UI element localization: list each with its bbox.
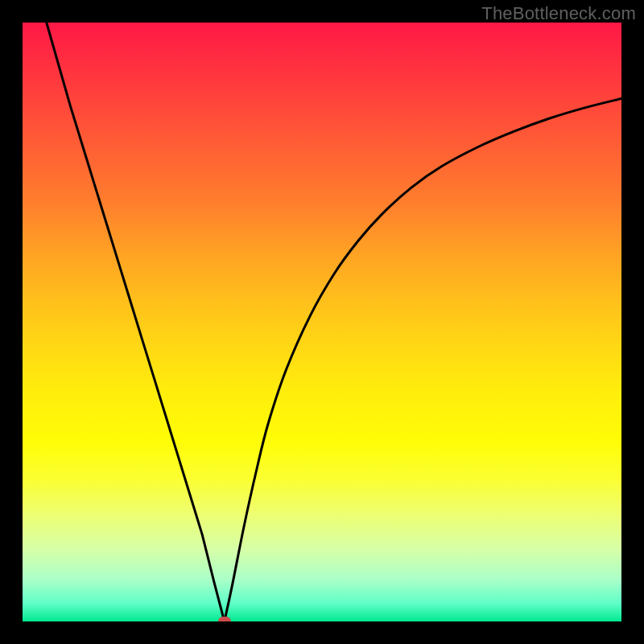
bottleneck-curve-left [47,23,225,621]
watermark-text: TheBottleneck.com [481,3,636,24]
curve-svg [23,23,621,621]
plot-area [23,23,621,621]
optimum-marker [218,617,231,621]
chart-frame: TheBottleneck.com [0,0,644,644]
bottleneck-curve-right [225,98,621,621]
